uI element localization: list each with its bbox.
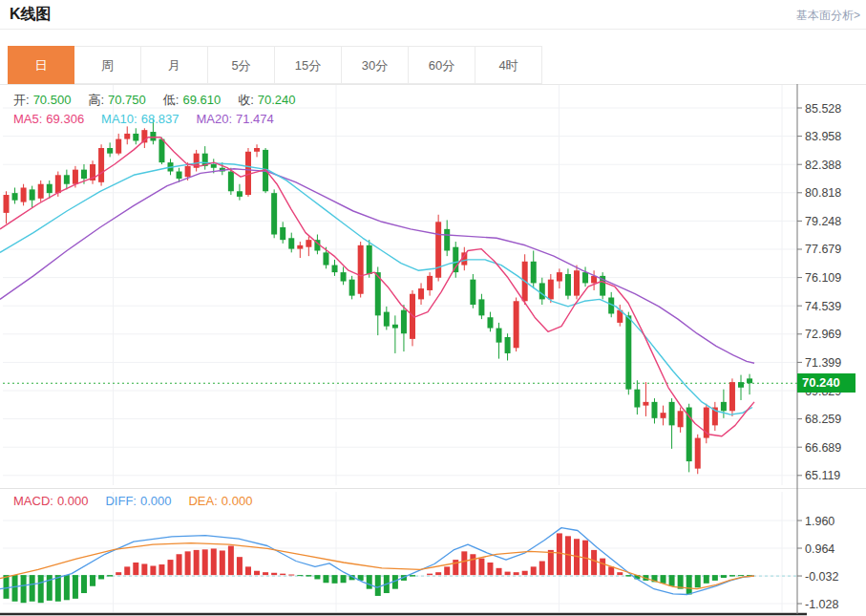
candle-body xyxy=(47,184,53,193)
macd-bar xyxy=(410,575,415,576)
macd-bar xyxy=(141,563,147,575)
axis-tick-label: 72.969 xyxy=(805,328,841,341)
candle-body xyxy=(254,148,260,152)
macd-bar xyxy=(220,550,225,575)
macd-bar xyxy=(729,575,735,576)
candle-body xyxy=(12,193,18,201)
candle-body xyxy=(478,299,484,315)
macd-bar xyxy=(12,575,18,602)
candle-body xyxy=(539,283,545,299)
candle-body xyxy=(177,172,182,180)
macd-bar xyxy=(695,575,701,587)
legend-item: MACD:0.000 xyxy=(13,494,92,508)
candle-body xyxy=(124,134,130,139)
candle-body xyxy=(367,245,372,274)
axis-tick-label: -0.032 xyxy=(805,570,838,584)
macd-bar xyxy=(245,566,251,575)
axis-tick-label: 0.964 xyxy=(805,542,834,556)
candle-body xyxy=(625,315,631,389)
macd-bar xyxy=(496,568,502,575)
macd-bar xyxy=(323,575,328,583)
macd-bar xyxy=(116,572,121,575)
macd-bar xyxy=(617,572,623,575)
axis-tick-label: 85.528 xyxy=(805,102,841,116)
candle-body xyxy=(21,187,27,202)
candle-body xyxy=(729,382,735,411)
candle-body xyxy=(38,184,44,199)
candle-body xyxy=(643,402,648,406)
candle-body xyxy=(306,240,311,247)
candle-body xyxy=(107,148,113,154)
candle-body xyxy=(678,411,684,427)
candle-body xyxy=(133,134,138,141)
macd-bar xyxy=(90,575,95,586)
candle-body xyxy=(721,402,727,411)
candle-body xyxy=(661,413,666,418)
macd-bar xyxy=(237,557,243,575)
candle-body xyxy=(297,245,303,249)
candle-body xyxy=(418,288,424,299)
macd-legend: MACD:0.000DIFF:0.000DEA:0.000 xyxy=(13,494,269,508)
macd-bar xyxy=(661,575,666,584)
candle-body xyxy=(738,382,744,388)
macd-bar xyxy=(168,560,174,575)
candle-body xyxy=(323,252,328,265)
macd-bar xyxy=(721,575,727,578)
macd-bar xyxy=(202,549,208,575)
axis-tick-label: 82.388 xyxy=(805,159,841,172)
macd-bar xyxy=(64,575,70,600)
macd-bar xyxy=(306,575,311,576)
candle-body xyxy=(271,193,277,234)
macd-bar xyxy=(158,564,164,575)
axis-tick-label: 65.119 xyxy=(805,469,840,482)
macd-bar xyxy=(531,566,537,575)
candle-body xyxy=(158,139,164,163)
macd-bar xyxy=(73,575,78,599)
candle-body xyxy=(548,280,554,300)
macd-bar xyxy=(557,533,562,575)
macd-bar xyxy=(444,566,450,575)
legend-item: 收:70.240 xyxy=(238,93,299,107)
candle-body xyxy=(574,270,580,295)
axis-tick-label: 1.960 xyxy=(805,515,834,528)
last-price-tag: 70.240 xyxy=(797,373,855,393)
legend-item: DIFF:0.000 xyxy=(105,494,175,508)
macd-bar xyxy=(738,575,744,576)
candle-body xyxy=(531,262,537,284)
legend-item: MA10:68.837 xyxy=(101,112,182,126)
candle-body xyxy=(81,170,87,179)
candle-body xyxy=(341,272,347,281)
candle-body xyxy=(444,229,450,251)
candle-body xyxy=(116,139,121,154)
macd-bar xyxy=(150,565,156,575)
candle-body xyxy=(332,266,338,273)
axis-tick-label: 66.689 xyxy=(805,441,841,455)
candle-body xyxy=(496,329,502,343)
axis-tick-label: 80.818 xyxy=(805,186,841,200)
candle-body xyxy=(73,170,78,184)
kline-app: K线图 基本面分析> 日周月5分15分30分60分4时 85.52883.958… xyxy=(0,0,866,616)
axis-tick-label: 83.958 xyxy=(805,130,841,143)
macd-bar xyxy=(375,575,381,596)
candle-body xyxy=(514,301,519,348)
macd-bar xyxy=(367,575,372,589)
macd-bar xyxy=(669,575,675,586)
macd-bar xyxy=(704,575,709,584)
macd-bar xyxy=(522,571,528,575)
candle-body xyxy=(384,312,390,327)
macd-bar xyxy=(608,566,614,575)
macd-bar xyxy=(271,573,277,575)
macd-bar xyxy=(539,562,545,576)
candle-body xyxy=(211,164,217,168)
macd-bar xyxy=(228,546,234,576)
axis-tick-label: 68.259 xyxy=(805,413,841,426)
candle-body xyxy=(582,272,588,283)
candle-body xyxy=(358,245,364,294)
candle-body xyxy=(30,189,35,200)
macd-bar xyxy=(591,550,597,575)
macd-bar xyxy=(254,571,260,575)
candle-body xyxy=(280,227,285,240)
macd-bar xyxy=(478,559,484,575)
ma-legend: MA5:69.306MA10:68.837MA20:71.474 xyxy=(13,112,291,126)
candle-body xyxy=(565,274,571,296)
